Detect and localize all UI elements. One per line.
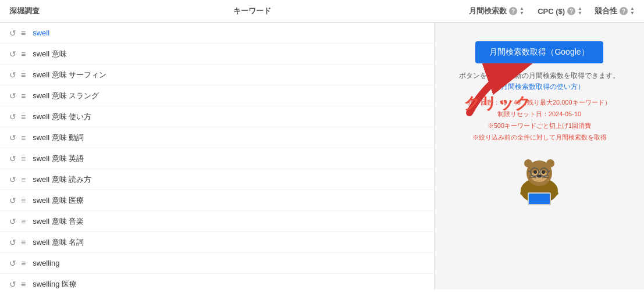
keyword-text: swell 意味 医療 (33, 195, 425, 206)
menu-icon[interactable]: ≡ (21, 70, 26, 80)
cpc-sort-icon[interactable]: ▲▼ (578, 6, 582, 16)
refresh-icon[interactable]: ↺ (9, 49, 16, 59)
header: 深堀調査 キーワード 月間検索数 ? ▲▼ CPC ($) ? ▲▼ 競合性 ?… (0, 0, 644, 23)
refresh-icon[interactable]: ↺ (9, 28, 16, 38)
table-row: ↺≡swell 意味 使い方 (0, 106, 434, 127)
comp-question-icon[interactable]: ? (620, 7, 628, 15)
desc-link[interactable]: （月間検索数取得の使い方） (494, 83, 585, 91)
col-monthly-label: 月間検索数 (469, 6, 507, 16)
menu-icon[interactable]: ≡ (21, 280, 26, 289)
right-stats: 残り回数：40／40（残り最大20,000キーワード） 制限リセット日：2024… (468, 97, 610, 143)
table-row: ↺≡swell 意味 医療 (0, 190, 434, 211)
keyword-text: swell 意味 英語 (33, 153, 425, 164)
keyword-text: swell 意味 使い方 (33, 112, 425, 122)
keyword-text: swell 意味 名詞 (33, 237, 425, 248)
keyword-text: swell 意味 読み方 (33, 174, 425, 185)
keyword-text: swell 意味 動詞 (33, 133, 425, 143)
desc-line2: （月間検索数取得の使い方） (459, 81, 620, 92)
stats-line4: ※絞り込み前の全件に対して月間検索数を取得 (468, 132, 610, 144)
menu-icon[interactable]: ≡ (21, 49, 26, 59)
table-row: ↺≡swell (0, 23, 434, 44)
col-keyword: キーワード (56, 6, 449, 16)
refresh-icon[interactable]: ↺ (9, 259, 16, 268)
menu-icon[interactable]: ≡ (21, 238, 26, 247)
stats-line3: ※500キーワードごと切上げ1回消費 (468, 120, 610, 132)
refresh-icon[interactable]: ↺ (9, 175, 16, 184)
col-comp: 競合性 ? ▲▼ (582, 6, 635, 16)
refresh-icon[interactable]: ↺ (9, 112, 16, 122)
stats-line2: 制限リセット日：2024-05-10 (468, 109, 610, 120)
table-row: ↺≡swell 意味 音楽 (0, 211, 434, 232)
refresh-icon[interactable]: ↺ (9, 133, 16, 142)
keyword-text: swelling (33, 259, 425, 267)
table-row: ↺≡swell 意味 名詞 (0, 232, 434, 253)
menu-icon[interactable]: ≡ (21, 175, 26, 184)
table-row: ↺≡swelling (0, 253, 434, 274)
table-row: ↺≡swell 意味 (0, 44, 434, 65)
monthly-question-icon[interactable]: ? (509, 7, 517, 15)
menu-icon[interactable]: ≡ (21, 112, 26, 122)
right-panel: クリック 月間検索数取得（Google） ボタンを押すと最新の月間検索数を取得で… (435, 23, 644, 290)
svg-point-5 (542, 170, 545, 174)
refresh-icon[interactable]: ↺ (9, 70, 16, 80)
svg-point-4 (533, 170, 537, 174)
keyword-text: swell 意味 (33, 49, 425, 59)
col-cpc: CPC ($) ? ▲▼ (524, 6, 582, 16)
comp-sort-icon[interactable]: ▲▼ (630, 6, 635, 16)
refresh-icon[interactable]: ↺ (9, 217, 16, 226)
refresh-icon[interactable]: ↺ (9, 280, 16, 289)
svg-point-12 (546, 159, 554, 167)
table-row: ↺≡swell 意味 動詞 (0, 127, 434, 148)
svg-point-11 (524, 159, 532, 167)
get-monthly-button[interactable]: 月間検索数取得（Google） (475, 41, 603, 63)
otter-icon (507, 153, 571, 205)
left-panel: ↺≡swell↺≡swell 意味↺≡swell 意味 サーフィン↺≡swell… (0, 23, 435, 290)
menu-icon[interactable]: ≡ (21, 154, 26, 163)
keyword-link[interactable]: swell (33, 28, 49, 37)
table-row: ↺≡swell 意味 英語 (0, 148, 434, 169)
refresh-icon[interactable]: ↺ (9, 196, 16, 205)
menu-icon[interactable]: ≡ (21, 217, 26, 226)
col-monthly: 月間検索数 ? ▲▼ (449, 6, 524, 16)
menu-icon[interactable]: ≡ (21, 91, 26, 101)
table-row: ↺≡swell 意味 サーフィン (0, 65, 434, 85)
desc-line1: ボタンを押すと最新の月間検索数を取得できます。 (459, 70, 620, 81)
main-container: ↺≡swell↺≡swell 意味↺≡swell 意味 サーフィン↺≡swell… (0, 23, 644, 290)
refresh-icon[interactable]: ↺ (9, 238, 16, 247)
keyword-text: swelling 医療 (33, 279, 425, 290)
refresh-icon[interactable]: ↺ (9, 91, 16, 101)
menu-icon[interactable]: ≡ (21, 133, 26, 142)
otter-area (507, 153, 571, 205)
menu-icon[interactable]: ≡ (21, 196, 26, 205)
table-row: ↺≡swelling 医療 (0, 274, 434, 290)
col-comp-label: 競合性 (595, 6, 617, 16)
svg-rect-16 (529, 194, 550, 204)
keyword-text: swell 意味 スラング (33, 91, 425, 101)
cpc-question-icon[interactable]: ? (567, 7, 575, 15)
refresh-icon[interactable]: ↺ (9, 154, 16, 163)
keyword-text: swell 意味 サーフィン (33, 70, 425, 80)
col-deep: 深堀調査 (9, 6, 56, 16)
table-row: ↺≡swell 意味 読み方 (0, 169, 434, 190)
menu-icon[interactable]: ≡ (21, 28, 26, 38)
right-description: ボタンを押すと最新の月間検索数を取得できます。 （月間検索数取得の使い方） (459, 70, 620, 92)
menu-icon[interactable]: ≡ (21, 259, 26, 268)
monthly-sort-icon[interactable]: ▲▼ (520, 6, 524, 16)
keyword-text: swell 意味 音楽 (33, 216, 425, 227)
keyword-text: swell (33, 28, 425, 37)
table-row: ↺≡swell 意味 スラング (0, 85, 434, 106)
col-cpc-label: CPC ($) (538, 7, 565, 16)
stats-line1: 残り回数：40／40（残り最大20,000キーワード） (468, 97, 610, 109)
